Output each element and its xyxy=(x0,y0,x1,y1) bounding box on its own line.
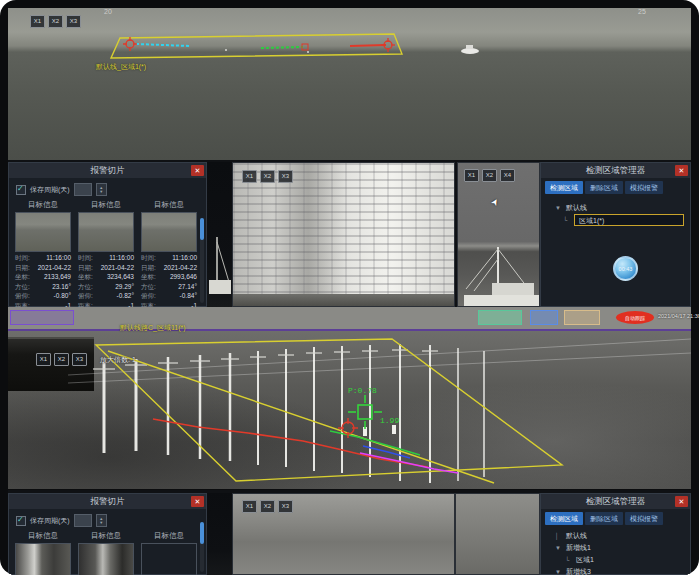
close-icon[interactable]: ✕ xyxy=(675,165,688,176)
target-card[interactable]: 目标信息 时间:11:16:00 日期:2021-04-22 坐标:2993,6… xyxy=(141,200,197,311)
alarm-panel-header[interactable]: 报警切片 ✕ xyxy=(9,163,206,178)
tree-line-icon: │ xyxy=(555,533,563,539)
pano-selection-purple[interactable] xyxy=(10,310,74,325)
boat-mast-silhouette xyxy=(207,162,232,307)
tab-simulate-alarm[interactable]: 模拟报警 xyxy=(625,181,663,194)
alarm-panel-header[interactable]: 报警切片 ✕ xyxy=(9,494,206,509)
tree-node[interactable]: │ 默认线 xyxy=(555,530,690,542)
target-thumbnail[interactable] xyxy=(15,212,71,252)
save-cycle-label: 保存周期(天) xyxy=(30,185,70,195)
close-icon[interactable]: ✕ xyxy=(191,496,204,507)
target-card[interactable]: 目标信息 时间:11:16:00 日期:2021-04-22 坐标:2133,6… xyxy=(15,200,71,311)
vertical-scrollbar[interactable] xyxy=(200,522,204,572)
pano-selection-blue[interactable] xyxy=(530,310,558,325)
target-card[interactable]: 目标信息 xyxy=(141,531,197,575)
zoom-x2-button[interactable]: X2 xyxy=(260,500,275,513)
region-manager-panel-bottom: 检测区域管理器 ✕ 检测区域 删除区域 模拟报警 │ 默认线 ▼ 新增线1 └ xyxy=(540,493,691,575)
target-crosshair-right xyxy=(381,38,395,52)
tree-node-region1[interactable]: └ 区域1(*) xyxy=(555,214,690,226)
region-manager-header[interactable]: 检测区域管理器 ✕ xyxy=(541,494,690,509)
target-thumbnail[interactable] xyxy=(78,212,134,252)
track-trail-green xyxy=(261,47,303,48)
alarm-slices-panel-top: 报警切片 ✕ 保存周期(天) ▲▼ 目标信息 时间:11:16:00 日期:20… xyxy=(8,162,207,307)
thermal-sea-panorama-view[interactable]: 20 25 X1 X2 X3 默认线_区域1(*) xyxy=(8,8,691,160)
zoom-x3-button[interactable]: X3 xyxy=(278,500,293,513)
panorama-strip[interactable]: 自动跟踪 2021/04/17 21:30:43 xyxy=(8,307,691,329)
tab-simulate-alarm[interactable]: 模拟报警 xyxy=(625,512,663,525)
pano-selection-tan[interactable] xyxy=(564,310,600,325)
close-icon[interactable]: ✕ xyxy=(675,496,688,507)
detection-region-polygon[interactable] xyxy=(96,339,562,483)
zoom-x4-button[interactable]: X4 xyxy=(500,169,515,182)
tab-delete-region[interactable]: 删除区域 xyxy=(585,181,623,194)
save-cycle-row: 保存周期(天) ▲▼ xyxy=(9,509,206,527)
chevron-down-icon[interactable]: ▼ xyxy=(555,205,563,211)
zoom-x3-button[interactable]: X3 xyxy=(72,353,87,366)
region-name-label: 默认线路C_区域11(*) xyxy=(120,323,186,333)
tree-branch-icon: └ xyxy=(563,217,571,223)
detection-overlay-graphics xyxy=(8,8,691,160)
spinner-arrows-icon[interactable]: ▲▼ xyxy=(96,514,107,527)
close-icon[interactable]: ✕ xyxy=(191,165,204,176)
region-manager-tabs: 检测区域 删除区域 模拟报警 xyxy=(541,178,690,194)
region-tree: │ 默认线 ▼ 新增线1 └ 区域1 ▼ 新增线3 xyxy=(541,525,690,575)
target-card[interactable]: 目标信息 时间:11:16:00 日期:2021-04-22 坐标:3234,6… xyxy=(78,200,134,311)
fishing-boat-silhouette xyxy=(458,245,540,307)
target-info-header: 目标信息 xyxy=(15,531,71,541)
track-trail-magenta xyxy=(360,453,458,473)
zoom-x2-button[interactable]: X2 xyxy=(54,353,69,366)
zoom-x1-button[interactable]: X1 xyxy=(242,500,257,513)
ground-strip xyxy=(233,294,455,306)
alarm-status-badge: 自动跟踪 xyxy=(616,311,654,324)
tab-delete-region[interactable]: 删除区域 xyxy=(585,512,623,525)
tree-node-default-line[interactable]: ▼ 默认线 xyxy=(555,202,690,214)
zoom-x2-button[interactable]: X2 xyxy=(482,169,497,182)
tab-detect-region[interactable]: 检测区域 xyxy=(545,512,583,525)
tree-branch-icon: └ xyxy=(565,557,573,563)
chevron-down-icon[interactable]: ▼ xyxy=(555,569,563,575)
target-columns: 目标信息 目标信息 目标信息 xyxy=(9,527,206,575)
zoom-x2-button[interactable]: X2 xyxy=(260,170,275,183)
target-thumbnail[interactable] xyxy=(78,543,134,575)
save-cycle-input[interactable] xyxy=(74,183,92,196)
powerline-thermal-view[interactable]: P:0.78 1.99 X1 X2 X3 放大倍数: 1 xyxy=(8,331,691,489)
boat-thermal-view[interactable]: X1 X2 X4 ➤ xyxy=(457,162,540,307)
save-cycle-checkbox[interactable] xyxy=(16,516,26,526)
target-card[interactable]: 目标信息 xyxy=(78,531,134,575)
spinner-arrows-icon[interactable]: ▲▼ xyxy=(96,183,107,196)
vertical-scrollbar[interactable] xyxy=(200,218,204,303)
assistant-orb-button[interactable]: 00:43 xyxy=(613,256,638,281)
target-thumbnail[interactable] xyxy=(15,543,71,575)
scrollbar-thumb[interactable] xyxy=(200,218,204,240)
tree-node[interactable]: └ 区域1 xyxy=(555,554,690,566)
zoom-x1-button[interactable]: X1 xyxy=(464,169,479,182)
person-silhouette xyxy=(392,425,396,434)
zoom-x3-button[interactable]: X3 xyxy=(278,170,293,183)
target-card[interactable]: 目标信息 xyxy=(15,531,71,575)
background-video-sliver xyxy=(207,493,232,575)
pano-selection-green[interactable] xyxy=(478,310,522,325)
ship-silhouette xyxy=(461,45,479,54)
target-thumbnail[interactable] xyxy=(141,543,197,575)
tab-detect-region[interactable]: 检测区域 xyxy=(545,181,583,194)
scrollbar-thumb[interactable] xyxy=(200,522,204,544)
tree-node[interactable]: ▼ 新增线3 xyxy=(555,566,690,575)
field-camera-view[interactable]: X1 X2 X3 xyxy=(232,493,455,575)
target-thumbnail[interactable] xyxy=(141,212,197,252)
save-cycle-input[interactable] xyxy=(74,514,92,527)
region-manager-header[interactable]: 检测区域管理器 ✕ xyxy=(541,163,690,178)
region-manager-title: 检测区域管理器 xyxy=(586,165,646,177)
secondary-camera-view[interactable] xyxy=(455,493,540,575)
save-cycle-checkbox[interactable] xyxy=(16,185,26,195)
region-tree: ▼ 默认线 └ 区域1(*) xyxy=(541,194,690,226)
zoom-x1-button[interactable]: X1 xyxy=(242,170,257,183)
track-trail-red xyxy=(350,45,386,46)
tree-node[interactable]: ▼ 新增线1 xyxy=(555,542,690,554)
zoom-x1-button[interactable]: X1 xyxy=(36,353,51,366)
alarm-panel-title: 报警切片 xyxy=(91,496,125,508)
chevron-down-icon[interactable]: ▼ xyxy=(555,545,563,551)
track-value-label: 1.99 xyxy=(380,416,399,425)
mouse-cursor-icon: ➤ xyxy=(489,196,501,208)
track-trail-cyan xyxy=(136,44,190,46)
building-thermal-view[interactable]: X1 X2 X3 xyxy=(232,162,455,307)
